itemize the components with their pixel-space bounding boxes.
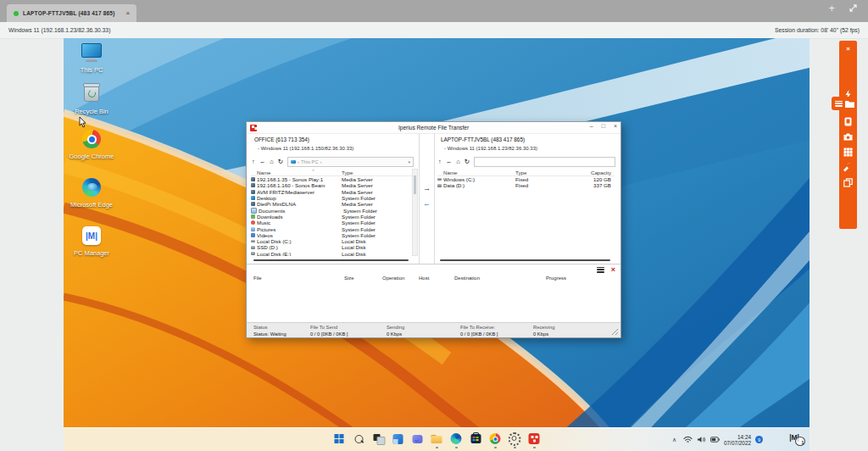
table-row[interactable]: SSD (D:)Local Disk	[251, 244, 413, 250]
chevron-down-icon[interactable]: ▾	[408, 159, 410, 164]
destination-path-combobox[interactable]	[474, 157, 615, 167]
back-icon[interactable]: ←	[259, 158, 266, 166]
wifi-icon[interactable]	[683, 435, 693, 444]
table-row[interactable]: DownloadsSystem Folder	[251, 214, 413, 220]
column-header-name[interactable]: Name	[251, 170, 342, 175]
table-row[interactable]: DocumentsSystem Folder	[251, 207, 413, 213]
taskbar-clock[interactable]: 14:24 07/07/2022	[724, 434, 751, 446]
chrome-icon[interactable]	[489, 432, 502, 445]
desktop-icon-this-pc[interactable]: This PC	[67, 42, 116, 74]
window-title: Iperius Remote File Transfer	[247, 125, 620, 131]
scrollbar-thumb[interactable]	[414, 175, 416, 194]
queue-header: File Size Operation Host Destination Pro…	[247, 276, 620, 283]
back-icon[interactable]: ←	[446, 158, 453, 166]
start-icon[interactable]	[333, 432, 346, 445]
settings-icon[interactable]	[509, 432, 521, 445]
desktop-icon-chrome[interactable]: Google Chrome	[67, 128, 116, 160]
notification-badge[interactable]: 9	[755, 436, 763, 443]
window-titlebar[interactable]: Iperius Remote File Transfer – □ ×	[247, 122, 620, 134]
new-connection-icon[interactable]: +	[828, 3, 835, 14]
chrome-icon	[81, 130, 103, 152]
volume-icon[interactable]	[697, 435, 706, 444]
vertical-scrollbar[interactable]	[412, 169, 418, 256]
table-row[interactable]: VideosSystem Folder	[251, 232, 413, 238]
table-row[interactable]: DietPi MiniDLNAMedia Server	[251, 201, 413, 207]
table-row[interactable]: Data (D:)Fixed337 GB	[437, 182, 615, 188]
chevron-up-icon[interactable]: ∧	[670, 435, 679, 444]
folder-icon[interactable]	[845, 99, 854, 109]
column-header-type[interactable]: Type	[342, 170, 413, 175]
store-icon[interactable]	[470, 432, 482, 445]
wrench-icon[interactable]	[843, 163, 853, 172]
pc-manager-tray-icon[interactable]: |M| 1	[789, 433, 799, 442]
queue-list-icon[interactable]	[597, 267, 604, 273]
running-indicator	[533, 447, 536, 449]
source-list-header[interactable]: Name Type ∧	[251, 169, 413, 176]
chat-icon[interactable]	[411, 432, 424, 445]
send-right-icon[interactable]: →	[420, 184, 434, 192]
breadcrumb-path[interactable]: This PC	[301, 159, 319, 164]
table-row[interactable]: Local Disk (E:)Local Disk	[251, 251, 413, 256]
battery-icon[interactable]	[710, 435, 720, 444]
status-value: Status: Waiting	[253, 331, 287, 337]
destination-list-header[interactable]: Name Type Capacity	[437, 169, 615, 176]
desktop-icon-edge[interactable]: Microsoft Edge	[67, 176, 116, 209]
session-tab[interactable]: LAPTOP-FTTJV5BL (483 417 865) ×	[7, 4, 136, 22]
task-view-icon[interactable]	[372, 432, 385, 445]
table-row[interactable]: 192.168.1.160 - Sonos BeamMedia Server	[251, 182, 413, 188]
fullscreen-icon[interactable]	[849, 3, 858, 13]
horizontal-scrollbar[interactable]	[253, 259, 409, 261]
up-icon[interactable]: ↑	[438, 158, 442, 166]
table-row[interactable]: Windows (C:)Fixed120 GB	[437, 176, 615, 182]
table-row[interactable]: AVM FRITZ!MediaserverMedia Server	[251, 189, 413, 195]
file-transfer-window[interactable]: Iperius Remote File Transfer – □ × OFFIC…	[246, 121, 621, 338]
desktop-icon-pc-manager[interactable]: |M| PC Manager	[67, 225, 116, 257]
horizontal-scrollbar[interactable]	[440, 259, 610, 261]
cell-name: Pictures	[257, 226, 342, 232]
sort-ascending-icon: ∧	[312, 168, 314, 172]
refresh-icon[interactable]: ↻	[278, 158, 283, 166]
iperius-icon[interactable]	[528, 432, 541, 445]
column-header-progress[interactable]: Progress	[546, 276, 566, 281]
column-header-file[interactable]: File	[253, 276, 262, 281]
videos-folder-icon	[251, 233, 255, 237]
destination-file-list[interactable]: Windows (C:)Fixed120 GB Data (D:)Fixed33…	[437, 176, 615, 256]
source-file-list[interactable]: 192.168.1.35 - Sonos Play:1Media Server …	[251, 176, 413, 256]
resize-grip[interactable]	[611, 328, 619, 336]
column-header-name[interactable]: Name	[437, 170, 515, 175]
refresh-icon[interactable]: ↻	[465, 158, 470, 166]
column-header-host[interactable]: Host	[419, 276, 429, 281]
column-header-capacity[interactable]: Capacity	[570, 170, 615, 175]
desktop-icon-recycle-bin[interactable]: Recycle Bin	[67, 82, 116, 115]
edge-icon[interactable]	[450, 432, 463, 445]
home-icon[interactable]: ⌂	[270, 158, 274, 166]
device-icon[interactable]	[843, 117, 853, 126]
widgets-icon[interactable]	[392, 432, 404, 445]
home-icon[interactable]: ⌂	[456, 158, 460, 166]
column-header-operation[interactable]: Operation	[382, 276, 404, 281]
up-icon[interactable]: ↑	[252, 158, 255, 166]
column-header-type[interactable]: Type	[515, 170, 570, 175]
file-explorer-icon[interactable]	[431, 432, 443, 445]
table-row[interactable]: DesktopSystem Folder	[251, 195, 413, 201]
maximize-button[interactable]: □	[602, 123, 605, 129]
close-button[interactable]: ×	[614, 123, 617, 129]
grid-icon[interactable]	[843, 148, 853, 157]
copy-icon[interactable]	[843, 178, 853, 187]
tab-close-icon[interactable]: ×	[126, 9, 131, 17]
table-row[interactable]: PicturesSystem Folder	[251, 226, 413, 231]
close-icon[interactable]: ×	[839, 45, 857, 53]
minimize-button[interactable]: –	[590, 123, 593, 129]
table-row[interactable]: MusicSystem Folder	[251, 220, 413, 226]
desktop-icon-label: This PC	[67, 67, 116, 74]
camera-icon[interactable]	[843, 132, 853, 142]
table-row[interactable]: Local Disk (C:)Local Disk	[251, 238, 413, 244]
column-header-size[interactable]: Size	[344, 276, 354, 281]
send-left-icon[interactable]: ←	[420, 199, 434, 208]
column-header-destination[interactable]: Destination	[454, 276, 480, 281]
search-icon[interactable]	[353, 432, 365, 445]
remote-desktop[interactable]: This PC Recycle Bin Google Chrome Micros…	[64, 38, 810, 451]
table-row[interactable]: 192.168.1.35 - Sonos Play:1Media Server	[251, 176, 413, 182]
queue-clear-icon[interactable]: ×	[611, 266, 615, 273]
source-path-combobox[interactable]: › This PC › ▾	[287, 157, 414, 167]
